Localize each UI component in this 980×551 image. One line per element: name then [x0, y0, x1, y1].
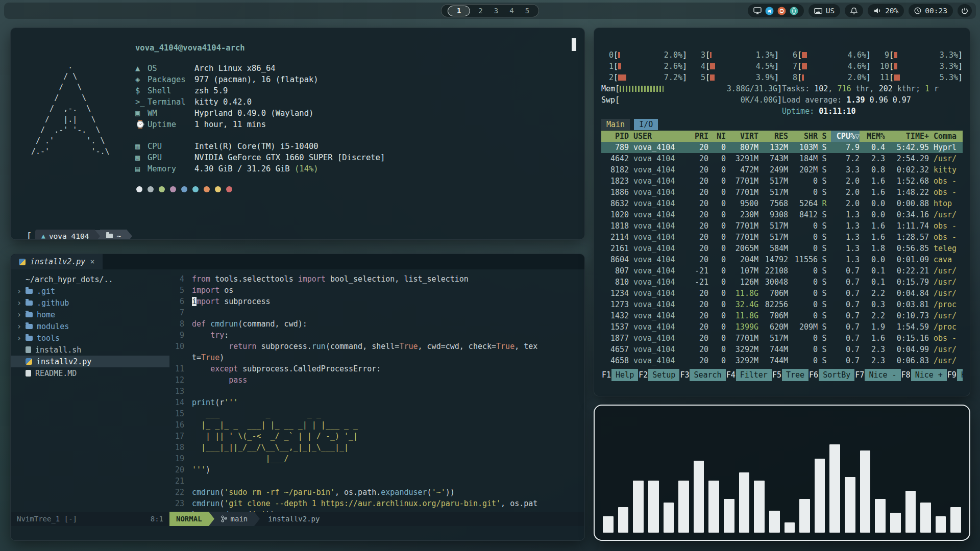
cava-bar [664, 503, 674, 533]
workspace-3[interactable]: 3 [491, 7, 501, 15]
tree-item-install-sh[interactable]: install.sh [11, 344, 169, 356]
cava-bar [739, 472, 750, 533]
htop-tab-main[interactable]: Main [601, 119, 630, 130]
tree-item-tools[interactable]: ›tools [11, 332, 169, 344]
process-row[interactable]: 789vova_4104200807M132M103MS7.90.45:42.9… [601, 142, 963, 153]
tree-item-modules[interactable]: ›modules [11, 320, 169, 332]
workspace-5[interactable]: 5 [522, 7, 532, 15]
tree-item-installv2-py[interactable]: installv2.py [11, 356, 169, 367]
fnkey-f5[interactable]: F5Tree [772, 369, 808, 381]
process-row[interactable]: 810vova_4104-210126M300480S0.70.10:15.79… [601, 277, 963, 288]
column-header-pid[interactable]: PID [601, 131, 629, 142]
process-row[interactable]: 1234vova_410420011.8G706M0S0.72.20:04.84… [601, 288, 963, 299]
fnkey-f8[interactable]: F8Nice + [901, 369, 947, 381]
workspace-4[interactable]: 4 [506, 7, 517, 15]
cell-mem: 0.8 [860, 164, 885, 176]
cell-pid: 810 [601, 277, 629, 288]
tree-item-readme-md[interactable]: README.MD [11, 367, 169, 379]
cell-pri: 20 [685, 321, 708, 333]
keyboard-layout[interactable]: US [808, 4, 840, 17]
tree-item--github[interactable]: ›.github [11, 297, 169, 309]
memory-row: Mem[3.88G/31.3G] Tasks: 102, 716 thr, 20… [601, 83, 963, 94]
clock-module[interactable]: 00:23 [909, 4, 953, 17]
process-row[interactable]: 8604vova_4104200204M1479211556S1.30.00:0… [601, 254, 963, 265]
process-row[interactable]: 1886vova_41042007701M517M0S2.01.61:48.22… [601, 187, 963, 198]
column-header-ni[interactable]: NI [708, 131, 726, 142]
close-icon[interactable]: × [90, 257, 94, 266]
process-row[interactable]: 2114vova_41042007701M517M0S1.31.61:28.57… [601, 232, 963, 243]
fnkey-f6[interactable]: F6SortBy [808, 369, 854, 381]
display-icon[interactable] [753, 7, 762, 14]
cell-virt: 472M [726, 164, 758, 176]
process-row[interactable]: 1823vova_41042007701M517M0S2.01.61:52.68… [601, 176, 963, 187]
fnkey-f2[interactable]: F2Setup [638, 369, 679, 381]
code-area[interactable]: 4from tools.selecttools import bool_sele… [169, 269, 584, 512]
camera-icon[interactable] [777, 7, 786, 15]
fnkey-f7[interactable]: F7Nice - [854, 369, 900, 381]
notifications-button[interactable] [845, 4, 863, 17]
column-header-command[interactable]: Comma [929, 131, 963, 142]
column-header-pri[interactable]: PRI [685, 131, 708, 142]
cava-bar [603, 516, 614, 533]
process-row[interactable]: 1818vova_41042007701M517M0S1.31.61:11.74… [601, 220, 963, 232]
telegram-icon[interactable] [765, 7, 774, 15]
fnkey-f1[interactable]: F1Help [601, 369, 638, 381]
cava-bar [678, 481, 689, 533]
process-row[interactable]: 4657vova_41042003292M744M0S0.72.30:04.99… [601, 344, 963, 355]
code-line: 4from tools.selecttools import bool_sele… [169, 273, 584, 285]
cell-pri: 20 [685, 187, 708, 198]
column-header-user[interactable]: USER [629, 131, 685, 142]
cell-time: 0:06.83 [885, 355, 929, 366]
swap-row: Swp[0K/4.00G] Load average: 1.39 0.96 0.… [601, 94, 963, 106]
cell-cpu: 1.3 [831, 209, 860, 220]
process-row[interactable]: 1537vova_41042001399G620M209MS0.71.91:54… [601, 321, 963, 333]
tree-item--arch-hypr-dots-[interactable]: ~/arch_hypr_dots/.. [11, 273, 169, 285]
column-header-time[interactable]: TIME+ [885, 131, 929, 142]
chevron-icon: › [17, 322, 26, 331]
process-row[interactable]: 4658vova_41042003292M744M0S0.72.30:06.83… [601, 355, 963, 366]
chevron-icon: › [17, 334, 26, 343]
process-row[interactable]: 1877vova_41042007701M517M0S0.71.60:15.16… [601, 333, 963, 344]
process-row[interactable]: 8182vova_4104200472M249M202MS3.30.80:02.… [601, 164, 963, 176]
tree-item-home[interactable]: ›home [11, 309, 169, 320]
cava-bar [633, 481, 644, 533]
tab-installv2-py[interactable]: installv2.py × [11, 254, 103, 269]
process-row[interactable]: 8632vova_4104200950075685264R2.00.00:00.… [601, 198, 963, 209]
column-header-shr[interactable]: SHR [788, 131, 818, 142]
column-header-mem[interactable]: MEM% [860, 131, 885, 142]
process-row[interactable]: 807vova_4104-210107M221080S0.70.10:22.21… [601, 265, 963, 277]
process-row[interactable]: 2161vova_41042002065M584M0S1.31.80:56.85… [601, 243, 963, 254]
cell-time: 0:02.32 [885, 164, 929, 176]
cell-res: 132M [758, 142, 788, 153]
process-row[interactable]: 1273vova_410420032.4G822560S0.70.30:03.8… [601, 299, 963, 310]
workspace-1[interactable]: 1 [448, 6, 470, 16]
tree-item--git[interactable]: ›.git [11, 285, 169, 297]
file-tree: ~/arch_hypr_dots/..›.git›.github›home›mo… [11, 269, 169, 512]
fnkey-f9[interactable]: F9Kill [947, 369, 963, 381]
process-row[interactable]: 4642vova_41042003291M743M184MS7.22.32:54… [601, 153, 963, 164]
cell-pid: 8182 [601, 164, 629, 176]
power-button[interactable] [958, 4, 972, 17]
mem-bar-fill [620, 86, 664, 92]
process-row[interactable]: 1020vova_4104200230M93088412S1.30.00:34.… [601, 209, 963, 220]
browser-icon[interactable] [790, 7, 798, 15]
cell-mem: 2.3 [860, 344, 885, 355]
volume-control[interactable]: 20% [868, 4, 904, 17]
htop-tab-io[interactable]: I/O [634, 119, 658, 130]
column-header-state[interactable]: S [818, 131, 831, 142]
fnkey-f3[interactable]: F3Search [679, 369, 725, 381]
cell-shr: 103M [788, 142, 818, 153]
process-row[interactable]: 1432vova_410420011.8G706M0S0.72.20:10.73… [601, 310, 963, 321]
fetch-row: ⌚Uptime1 hour, 11 mins [135, 119, 385, 130]
cell-time: 1:54.59 [885, 321, 929, 333]
fetch-value: Arch Linux x86_64 [194, 63, 276, 74]
cell-pri: 20 [685, 209, 708, 220]
workspace-2[interactable]: 2 [475, 7, 485, 15]
fnkey-f4[interactable]: F4Filter [726, 369, 772, 381]
packages-icon: ◈ [135, 74, 148, 85]
cell-ni: 0 [708, 142, 726, 153]
cell-time: 5:42.95 [885, 142, 929, 153]
column-header-cpu[interactable]: CPU%▽ [831, 131, 860, 142]
column-header-virt[interactable]: VIRT [726, 131, 758, 142]
column-header-res[interactable]: RES [758, 131, 788, 142]
